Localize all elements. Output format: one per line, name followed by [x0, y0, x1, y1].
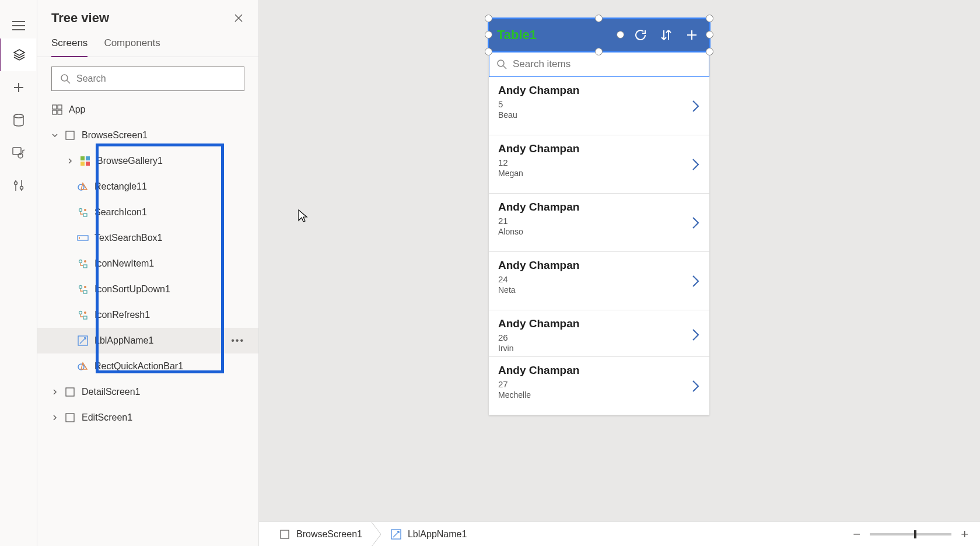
svg-rect-30 [66, 388, 74, 396]
gallery-icon [79, 155, 91, 167]
plus-icon [13, 82, 24, 93]
gallery-item-sub: Mechelle [498, 390, 700, 400]
zoom-controls: − + [853, 527, 968, 542]
breadcrumb-control[interactable]: LblAppName1 [382, 522, 475, 546]
gallery-item-sub: Megan [498, 169, 700, 178]
chevron-right-icon[interactable] [692, 379, 700, 393]
tree-node-label: DetailScreen1 [82, 387, 141, 397]
phone-title-label: Table1 [497, 27, 624, 43]
selection-handle[interactable] [485, 15, 492, 22]
chevron-right-icon[interactable] [692, 99, 700, 113]
shape-icon [77, 360, 89, 372]
tree-node-browsegallery1[interactable]: BrowseGallery1 [37, 148, 258, 174]
tab-components[interactable]: Components [104, 37, 160, 57]
zoom-slider-thumb[interactable] [914, 530, 916, 538]
breadcrumb-label: LblAppName1 [408, 529, 467, 540]
svg-rect-5 [52, 105, 57, 109]
gallery-item[interactable]: Andy Champan 26 Irvin [489, 310, 709, 357]
selection-handle[interactable] [485, 31, 492, 38]
phone-gallery[interactable]: Andy Champan 5 Beau Andy Champan 12 Mega… [489, 77, 709, 415]
tree-node-textsearchbox1[interactable]: TextSearchBox1 [37, 225, 258, 251]
zoom-slider[interactable] [870, 533, 951, 536]
gallery-item-sub: Alonso [498, 227, 700, 236]
chevron-right-icon[interactable] [692, 216, 700, 230]
refresh-button[interactable] [631, 26, 650, 44]
selection-handle[interactable] [595, 15, 603, 22]
tree-node-rectquickactionbar1[interactable]: RectQuickActionBar1 [37, 354, 258, 379]
component-icon [77, 206, 89, 218]
svg-point-16 [84, 209, 86, 211]
hamburger-menu-button[interactable] [0, 10, 37, 38]
gallery-item-name: Andy Champan [498, 364, 700, 377]
label-icon [390, 528, 402, 540]
search-icon [496, 59, 507, 69]
chevron-right-icon[interactable] [692, 274, 700, 288]
shape-icon [77, 181, 89, 192]
zoom-out-button[interactable]: − [853, 527, 860, 542]
screen-icon [64, 130, 76, 141]
gallery-item-sub: Irvin [498, 344, 700, 353]
svg-rect-12 [80, 162, 85, 166]
tree-node-label: IconNewItem1 [94, 258, 154, 269]
tree-search-box[interactable] [51, 66, 244, 91]
gallery-item[interactable]: Andy Champan 21 Alonso [489, 194, 709, 252]
gallery-item[interactable]: Andy Champan 27 Mechelle [489, 357, 709, 415]
add-button[interactable] [682, 26, 701, 44]
chevron-right-icon[interactable] [692, 328, 700, 342]
svg-rect-11 [86, 156, 90, 160]
gallery-item[interactable]: Andy Champan 12 Megan [489, 135, 709, 194]
gallery-item-number: 24 [498, 274, 700, 284]
selection-handle[interactable] [706, 15, 713, 22]
svg-point-32 [498, 60, 504, 66]
sort-icon [660, 28, 673, 42]
tree-search-input[interactable] [76, 74, 236, 84]
component-icon [77, 258, 89, 270]
rail-tree-view-button[interactable] [0, 38, 36, 71]
rail-add-button[interactable] [0, 71, 37, 104]
rail-settings-button[interactable] [0, 169, 37, 202]
tree-node-label: BrowseGallery1 [97, 156, 163, 166]
tree-node-detailscreen1[interactable]: DetailScreen1 [37, 379, 258, 405]
tree-node-editscreen1[interactable]: EditScreen1 [37, 405, 258, 430]
breadcrumb-label: BrowseScreen1 [296, 529, 362, 540]
gallery-item[interactable]: Andy Champan 5 Beau [489, 77, 709, 135]
svg-rect-9 [66, 131, 74, 139]
tree-node-iconrefresh1[interactable]: IconRefresh1 [37, 302, 258, 328]
tree-node-lblappname1[interactable]: LblAppName1 ••• [37, 328, 258, 354]
phone-search-box[interactable] [489, 51, 709, 77]
tree-node-more-button[interactable]: ••• [231, 335, 244, 346]
selection-handle[interactable] [706, 31, 713, 38]
gallery-item[interactable]: Andy Champan 24 Neta [489, 252, 709, 310]
tree-node-iconnewitem1[interactable]: IconNewItem1 [37, 251, 258, 276]
rail-data-button[interactable] [0, 104, 37, 136]
tree-node-label: App [69, 104, 85, 115]
chevron-right-icon[interactable] [692, 158, 700, 172]
tree-node-searchicon1[interactable]: SearchIcon1 [37, 200, 258, 225]
chevron-down-icon [51, 132, 58, 139]
chevron-right-icon [51, 388, 58, 396]
svg-point-26 [84, 312, 86, 314]
tree-node-rectangle11[interactable]: Rectangle11 [37, 174, 258, 200]
tab-screens[interactable]: Screens [51, 37, 88, 57]
canvas[interactable]: Table1 [259, 0, 980, 522]
svg-rect-7 [52, 110, 57, 114]
tree-node-iconsortupdown1[interactable]: IconSortUpDown1 [37, 276, 258, 302]
phone-search-input[interactable] [513, 58, 702, 70]
cursor-icon [298, 209, 308, 223]
breadcrumb-screen[interactable]: BrowseScreen1 [271, 522, 370, 546]
sort-button[interactable] [657, 26, 676, 44]
gallery-item-number: 5 [498, 99, 700, 109]
tree-node-label: RectQuickActionBar1 [94, 361, 183, 372]
tree-view-tabs: Screens Components [37, 26, 258, 57]
phone-header[interactable]: Table1 [489, 19, 709, 51]
zoom-in-button[interactable]: + [961, 527, 968, 542]
tree-node-app[interactable]: App [37, 97, 258, 123]
textbox-icon [77, 232, 89, 244]
layers-icon [13, 48, 26, 61]
gallery-item-name: Andy Champan [498, 142, 700, 155]
tree-view-close-button[interactable] [234, 13, 243, 23]
phone-preview[interactable]: Table1 [489, 19, 709, 415]
rail-media-button[interactable] [0, 136, 37, 169]
tree-node-browsescreen1[interactable]: BrowseScreen1 [37, 123, 258, 148]
svg-point-0 [14, 114, 23, 118]
